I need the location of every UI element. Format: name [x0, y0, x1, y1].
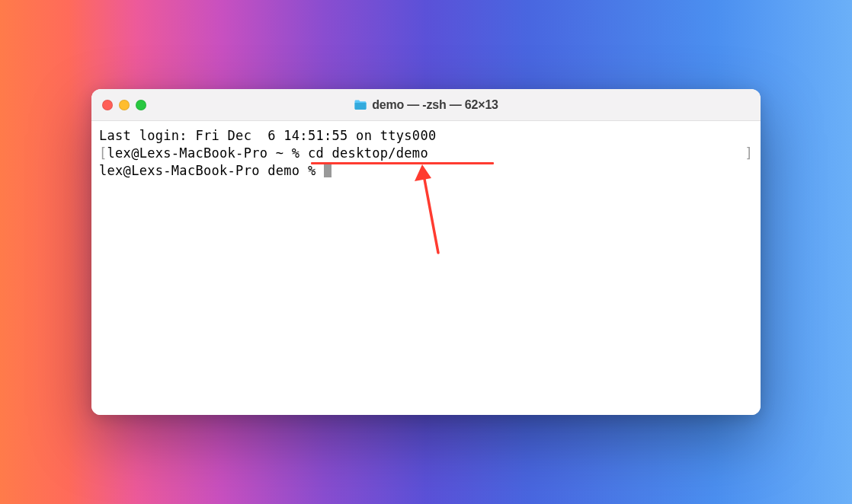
bracket-left-icon: [ [99, 145, 107, 161]
svg-line-0 [424, 175, 438, 253]
terminal-window: demo — -zsh — 62×13 Last login: Fri Dec … [91, 89, 761, 415]
window-title-container: demo — -zsh — 62×13 [91, 89, 761, 120]
prompt-1-prefix: lex@Lexs-MacBook-Pro ~ % [107, 145, 308, 161]
folder-icon [354, 99, 367, 111]
prompt-line-2: lex@Lexs-MacBook-Pro demo % [99, 162, 753, 180]
terminal-body[interactable]: Last login: Fri Dec 6 14:51:55 on ttys00… [91, 121, 761, 415]
title-bar[interactable]: demo — -zsh — 62×13 [91, 89, 761, 121]
window-title: demo — -zsh — 62×13 [372, 98, 498, 112]
login-message: Last login: Fri Dec 6 14:51:55 on ttys00… [99, 127, 753, 145]
prompt-2-prefix: lex@Lexs-MacBook-Pro demo % [99, 163, 324, 178]
maximize-icon[interactable] [136, 100, 146, 110]
traffic-lights [102, 100, 146, 110]
minimize-icon[interactable] [119, 100, 130, 110]
cursor-icon [324, 162, 332, 177]
close-icon[interactable] [102, 100, 113, 110]
bracket-right-icon: ] [745, 145, 753, 162]
prompt-1-command: cd desktop/demo [308, 145, 428, 161]
prompt-line-1: [lex@Lexs-MacBook-Pro ~ % cd desktop/dem… [99, 145, 753, 162]
